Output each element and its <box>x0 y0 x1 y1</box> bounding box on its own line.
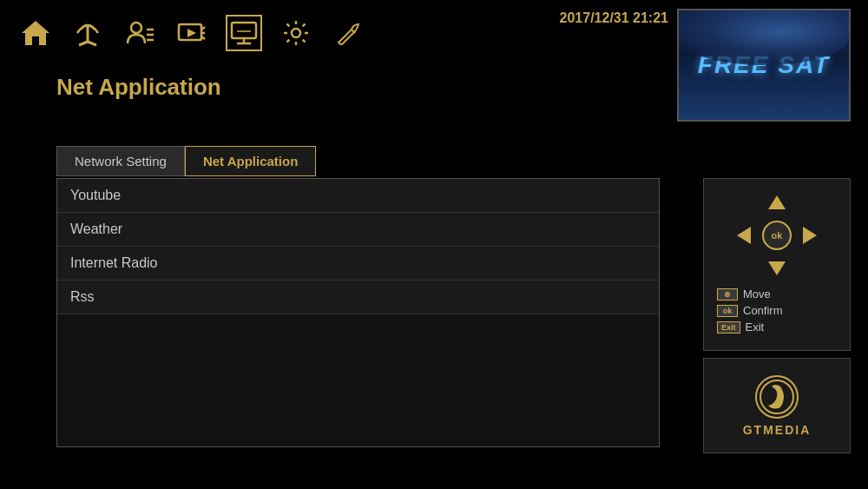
confirm-label: Confirm <box>743 304 783 317</box>
svg-point-4 <box>86 24 89 28</box>
list-item-internet-radio[interactable]: Internet Radio <box>57 247 659 281</box>
nav-home-icon[interactable] <box>17 15 54 51</box>
move-label: Move <box>743 287 771 301</box>
nav-settings-icon[interactable] <box>278 15 314 51</box>
exit-label: Exit <box>746 320 765 334</box>
list-panel: Youtube Weather Internet Radio Rss <box>56 178 660 447</box>
preview-thumbnail: FREE SAT <box>677 9 851 122</box>
svg-rect-14 <box>232 23 256 38</box>
nav-network-icon[interactable] <box>226 15 262 51</box>
right-panel: ok ⊕ Move ok Confirm Exit Exit <box>703 178 851 453</box>
dpad-left-arrow[interactable] <box>737 227 751 244</box>
move-label-row: ⊕ Move <box>717 287 837 301</box>
exit-label-row: Exit Exit <box>717 320 837 334</box>
nav-antenna-icon[interactable] <box>69 15 106 51</box>
nav-media-icon[interactable] <box>174 15 210 51</box>
gtmedia-circle-icon <box>755 375 799 419</box>
svg-point-5 <box>131 23 141 33</box>
gtmedia-text: GTMEDIA <box>743 423 812 437</box>
exit-key: Exit <box>717 321 740 334</box>
earth-graphic <box>679 10 849 65</box>
svg-marker-0 <box>22 21 49 45</box>
confirm-label-row: ok Confirm <box>717 304 837 317</box>
nav-user-icon[interactable] <box>122 15 158 51</box>
list-item-youtube[interactable]: Youtube <box>57 179 659 213</box>
svg-marker-10 <box>187 29 196 37</box>
dpad-right-arrow[interactable] <box>803 227 817 244</box>
list-item-rss[interactable]: Rss <box>57 281 659 314</box>
list-item-weather[interactable]: Weather <box>57 213 659 247</box>
tabs-container: Network Setting Net Application <box>56 146 316 176</box>
tab-network-setting[interactable]: Network Setting <box>56 146 185 176</box>
brand-panel: GTMEDIA <box>703 358 851 453</box>
ok-button[interactable]: ok <box>762 221 792 250</box>
datetime-display: 2017/12/31 21:21 <box>560 10 668 26</box>
move-key: ⊕ <box>717 288 738 301</box>
ok-key: ok <box>717 305 738 317</box>
svg-line-3 <box>88 42 96 45</box>
nav-tools-icon[interactable] <box>330 15 366 51</box>
svg-line-2 <box>79 42 88 45</box>
svg-point-18 <box>292 29 300 37</box>
directional-pad: ok <box>733 192 820 279</box>
tab-net-application[interactable]: Net Application <box>185 146 316 176</box>
control-pad: ok ⊕ Move ok Confirm Exit Exit <box>703 178 851 351</box>
page-title: Net Application <box>56 74 221 101</box>
control-labels: ⊕ Move ok Confirm Exit Exit <box>717 287 837 337</box>
gtmedia-logo: GTMEDIA <box>743 375 812 437</box>
dpad-down-arrow[interactable] <box>768 261 786 275</box>
dpad-up-arrow[interactable] <box>768 195 786 209</box>
